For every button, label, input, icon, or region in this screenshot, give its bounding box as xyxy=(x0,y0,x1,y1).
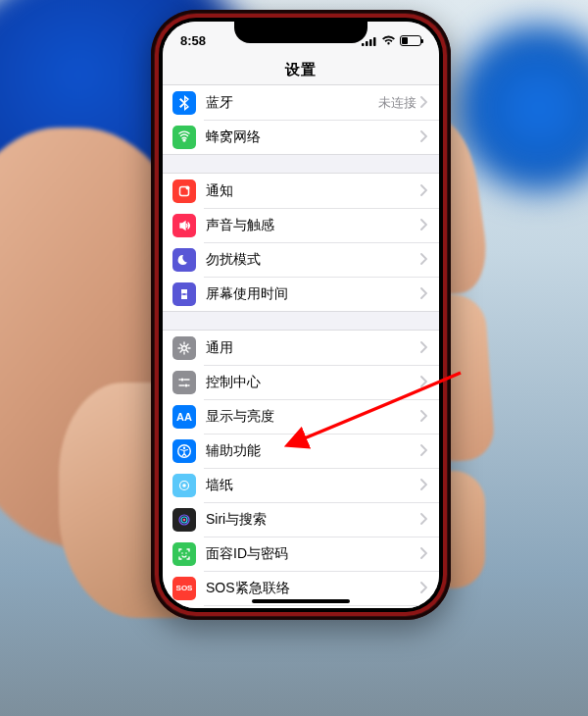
settings-group: 通用 控制中心 xyxy=(163,330,439,608)
page-title: 设置 xyxy=(163,55,439,85)
row-label: 面容ID与密码 xyxy=(206,545,420,563)
chevron-right-icon xyxy=(420,545,427,563)
svg-point-12 xyxy=(182,484,186,487)
wifi-icon xyxy=(381,35,396,46)
battery-icon xyxy=(400,35,421,46)
row-label: 蜂窝网络 xyxy=(206,128,420,146)
svg-point-5 xyxy=(186,185,190,189)
svg-rect-1 xyxy=(366,41,368,46)
svg-point-15 xyxy=(183,518,186,521)
row-label: 声音与触感 xyxy=(206,217,420,234)
chevron-right-icon xyxy=(420,408,427,426)
chevron-right-icon xyxy=(420,442,427,460)
chevron-right-icon xyxy=(420,128,427,146)
screentime-icon xyxy=(172,282,196,306)
row-label: 通用 xyxy=(206,339,420,357)
notifications-icon xyxy=(172,179,196,203)
sounds-icon xyxy=(172,214,196,237)
chevron-right-icon xyxy=(420,580,427,597)
siri-icon xyxy=(172,508,196,532)
chevron-right-icon xyxy=(420,285,427,303)
device-notch xyxy=(234,18,368,43)
chevron-right-icon xyxy=(420,374,427,391)
settings-row-dnd[interactable]: 勿扰模式 xyxy=(163,242,439,277)
home-indicator[interactable] xyxy=(252,599,350,603)
svg-point-6 xyxy=(182,345,187,350)
accessibility-icon xyxy=(172,439,196,463)
settings-row-sounds[interactable]: 声音与触感 xyxy=(163,208,439,242)
wallpaper-icon xyxy=(172,474,196,497)
chevron-right-icon xyxy=(420,339,427,357)
display-icon: AA xyxy=(172,405,196,429)
settings-row-siri[interactable]: Siri与搜索 xyxy=(163,502,439,537)
settings-row-accessibility[interactable]: 辅助功能 xyxy=(163,434,439,468)
row-label: Siri与搜索 xyxy=(206,511,420,529)
chevron-right-icon xyxy=(420,217,427,234)
settings-group: 通知 声音与触感 xyxy=(163,173,439,312)
sos-icon: SOS xyxy=(172,577,196,600)
settings-row-general[interactable]: 通用 xyxy=(163,331,439,365)
chevron-right-icon xyxy=(420,251,427,269)
status-time: 8:58 xyxy=(180,28,239,48)
svg-rect-0 xyxy=(362,43,365,46)
control-center-icon xyxy=(172,371,196,394)
row-label: 控制中心 xyxy=(206,374,420,391)
row-label: 辅助功能 xyxy=(206,442,420,460)
faceid-icon xyxy=(172,542,196,566)
phone-frame: 8:58 xyxy=(151,10,451,620)
row-label: 通知 xyxy=(206,182,420,200)
chevron-right-icon xyxy=(420,182,427,200)
row-label: SOS紧急联络 xyxy=(206,580,420,597)
chevron-right-icon xyxy=(420,511,427,529)
row-label: 蓝牙 xyxy=(206,94,378,112)
svg-point-17 xyxy=(185,552,187,554)
settings-row-notifications[interactable]: 通知 xyxy=(163,174,439,208)
settings-group: 蓝牙 未连接 蜂窝网络 xyxy=(163,84,439,155)
row-label: 墙纸 xyxy=(206,477,420,494)
settings-row-screentime[interactable]: 屏幕使用时间 xyxy=(163,277,439,311)
row-label: 勿扰模式 xyxy=(206,251,420,269)
settings-row-controlcenter[interactable]: 控制中心 xyxy=(163,365,439,399)
svg-point-8 xyxy=(185,384,188,386)
svg-point-10 xyxy=(183,446,185,448)
row-label: 显示与亮度 xyxy=(206,408,420,426)
svg-point-7 xyxy=(181,378,184,381)
settings-list[interactable]: 蓝牙 未连接 蜂窝网络 xyxy=(163,84,439,608)
row-value: 未连接 xyxy=(378,94,416,112)
settings-row-cellular[interactable]: 蜂窝网络 xyxy=(163,120,439,154)
general-icon xyxy=(172,336,196,360)
chevron-right-icon xyxy=(420,94,427,112)
row-label: 屏幕使用时间 xyxy=(206,285,420,303)
settings-row-bluetooth[interactable]: 蓝牙 未连接 xyxy=(163,85,439,120)
settings-row-display[interactable]: AA 显示与亮度 xyxy=(163,399,439,434)
cellular-icon xyxy=(172,126,196,149)
do-not-disturb-icon xyxy=(172,248,196,272)
settings-row-battery[interactable]: 电池 xyxy=(163,605,439,608)
svg-rect-3 xyxy=(373,37,376,46)
svg-rect-2 xyxy=(369,39,372,46)
svg-point-16 xyxy=(181,552,183,554)
settings-row-wallpaper[interactable]: 墙纸 xyxy=(163,468,439,502)
settings-row-faceid[interactable]: 面容ID与密码 xyxy=(163,537,439,571)
bluetooth-icon xyxy=(172,91,196,115)
chevron-right-icon xyxy=(420,477,427,494)
